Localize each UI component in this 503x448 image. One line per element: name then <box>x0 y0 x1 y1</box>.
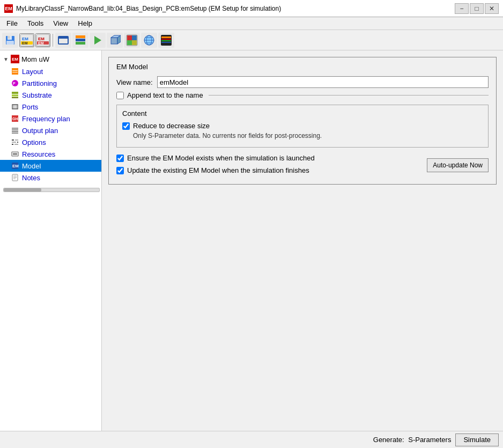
bottom-checks: Ensure the EM Model exists when the simu… <box>116 154 420 177</box>
sidebar-item-ports[interactable]: Ports <box>0 101 101 113</box>
sidebar-model-label: Model <box>22 162 41 170</box>
auto-update-button[interactable]: Auto-update Now <box>427 158 489 172</box>
sidebar-item-substrate[interactable]: Substrate <box>0 89 101 101</box>
em-root-icon: EM <box>11 55 19 63</box>
svg-rect-36 <box>12 68 18 75</box>
blue-rect-icon <box>57 34 69 46</box>
svg-rect-61 <box>13 155 17 156</box>
sidebar-item-options[interactable]: Options <box>0 136 101 148</box>
append-checkbox[interactable] <box>116 92 124 99</box>
em-toolbar-btn1[interactable]: EM EM <box>19 33 34 47</box>
svg-rect-50 <box>12 129 18 130</box>
app-icon: EM <box>4 4 13 13</box>
svg-rect-51 <box>12 131 18 132</box>
menu-file[interactable]: File <box>2 18 22 28</box>
minimize-button[interactable]: − <box>455 3 469 14</box>
globe-icon <box>143 34 155 46</box>
svg-rect-42 <box>12 94 18 97</box>
view-name-input[interactable] <box>157 76 489 88</box>
reduce-label: Reduce to decrease size <box>133 122 210 130</box>
view-name-row: View name: <box>116 76 489 88</box>
sidebar-item-layout[interactable]: Layout <box>0 65 101 77</box>
em-toolbar-btn2[interactable]: EM EM <box>35 33 50 47</box>
reduce-row: Reduce to decrease size <box>122 122 483 130</box>
toolbar-btn-5[interactable] <box>124 33 140 48</box>
toolbar-btn-3[interactable] <box>55 33 71 48</box>
svg-rect-18 <box>111 38 117 44</box>
title-bar-left: EM MyLibraryClassF_NarrowBand_lib:04_Bia… <box>4 4 281 13</box>
sidebar-scrollbar-thumb <box>4 188 41 192</box>
view-name-label: View name: <box>116 78 153 86</box>
menu-bar: File Tools View Help <box>0 17 503 30</box>
svg-rect-13 <box>58 36 68 39</box>
toolbar-btn-play[interactable] <box>90 33 106 48</box>
svg-rect-22 <box>127 35 132 40</box>
model-icon: EM <box>11 161 19 170</box>
sidebar-item-resources[interactable]: Resources <box>0 148 101 160</box>
svg-text:GHz: GHz <box>12 117 19 121</box>
main-layout: ▼ EM Mom uW Layout P Partitioning Substr… <box>0 50 503 431</box>
output-icon <box>11 126 19 135</box>
simulate-button[interactable]: Simulate <box>455 434 499 446</box>
toolbar-btn-4[interactable] <box>72 33 88 48</box>
ensure-checkbox[interactable] <box>116 155 124 162</box>
svg-rect-60 <box>13 153 17 154</box>
svg-rect-32 <box>161 39 171 40</box>
sidebar-scrollbar[interactable] <box>3 188 100 192</box>
svg-text:EM: EM <box>22 36 28 41</box>
svg-rect-37 <box>12 70 18 71</box>
toolbar-btn-colorful[interactable] <box>158 33 174 48</box>
maximize-button[interactable]: □ <box>470 3 484 14</box>
layout-icon <box>11 67 19 76</box>
toolbar-btn-cube[interactable] <box>107 33 123 48</box>
svg-rect-3 <box>6 41 14 45</box>
svg-rect-56 <box>17 142 18 143</box>
sidebar-partitioning-label: Partitioning <box>22 79 57 87</box>
sidebar-resources-label: Resources <box>22 150 55 158</box>
svg-rect-23 <box>132 35 137 40</box>
svg-rect-2 <box>8 36 10 39</box>
svg-rect-53 <box>12 139 14 141</box>
save-button[interactable] <box>2 33 18 48</box>
svg-rect-41 <box>12 92 18 94</box>
title-bar: EM MyLibraryClassF_NarrowBand_lib:04_Bia… <box>0 0 503 17</box>
close-button[interactable]: ✕ <box>485 3 499 14</box>
svg-rect-54 <box>15 139 18 141</box>
generate-label: Generate: S-Parameters <box>373 436 452 444</box>
svg-text:EM: EM <box>22 41 28 45</box>
svg-rect-52 <box>12 133 18 134</box>
sidebar-ports-label: Ports <box>22 103 38 111</box>
layers-icon <box>75 34 86 46</box>
svg-marker-17 <box>94 36 101 45</box>
sidebar-item-partitioning[interactable]: P Partitioning <box>0 77 101 89</box>
reduce-checkbox[interactable] <box>122 122 130 130</box>
sidebar-root[interactable]: ▼ EM Mom uW <box>0 53 101 65</box>
bottom-row: Ensure the EM Model exists when the simu… <box>116 154 489 177</box>
svg-rect-15 <box>76 39 85 41</box>
menu-view[interactable]: View <box>49 18 72 28</box>
sidebar-item-frequency[interactable]: GHz Frequency plan <box>0 113 101 124</box>
panel-title: EM Model <box>116 63 489 71</box>
toolbar-sep1 <box>53 34 53 47</box>
status-bar: Generate: S-Parameters Simulate <box>0 431 503 448</box>
window-title: MyLibraryClassF_NarrowBand_lib:04_Bias_D… <box>16 5 281 12</box>
svg-rect-55 <box>12 142 16 143</box>
svg-text:EM: EM <box>38 36 45 41</box>
sidebar-item-notes[interactable]: Notes <box>0 172 101 183</box>
svg-text:EM: EM <box>38 41 44 45</box>
sidebar-item-model[interactable]: EM Model <box>0 160 101 172</box>
toolbar-btn-globe[interactable] <box>141 33 157 48</box>
update-checkbox[interactable] <box>116 167 124 174</box>
append-text-row: Append text to the name <box>116 91 489 99</box>
menu-tools[interactable]: Tools <box>23 18 48 28</box>
sidebar-layout-label: Layout <box>22 68 43 76</box>
tree-collapse-icon: ▼ <box>3 56 9 62</box>
svg-rect-49 <box>12 128 18 129</box>
menu-help[interactable]: Help <box>73 18 97 28</box>
em-model-panel: EM Model View name: Append text to the n… <box>108 57 497 185</box>
svg-rect-38 <box>12 72 18 72</box>
content-area: EM Model View name: Append text to the n… <box>102 50 503 431</box>
em-icon1: EM EM <box>20 34 34 47</box>
sidebar-item-output[interactable]: Output plan <box>0 124 101 136</box>
partitioning-icon: P <box>11 79 19 87</box>
